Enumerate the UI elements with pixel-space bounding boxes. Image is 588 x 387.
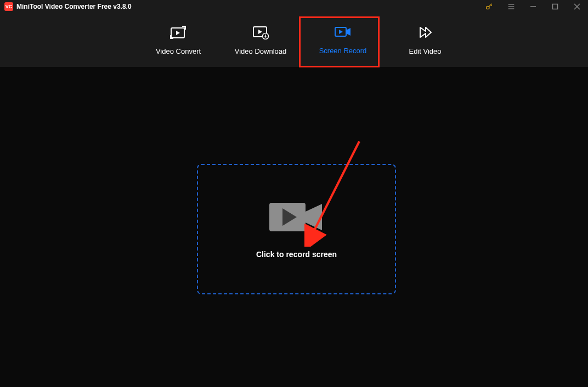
svg-rect-5: [553, 4, 558, 9]
record-screen-box[interactable]: Click to record screen: [197, 164, 396, 294]
maximize-icon: [552, 3, 558, 10]
key-button[interactable]: [478, 0, 500, 13]
titlebar: VC MiniTool Video Converter Free v3.8.0: [0, 0, 588, 13]
screen-record-icon: [334, 26, 352, 39]
main-area: Click to record screen: [0, 67, 588, 387]
maximize-button[interactable]: [544, 0, 566, 13]
menu-icon: [507, 2, 516, 11]
tab-label: Video Convert: [156, 47, 201, 55]
titlebar-left: VC MiniTool Video Converter Free v3.8.0: [4, 2, 132, 11]
svg-marker-12: [258, 30, 262, 34]
app-title: MiniTool Video Converter Free v3.8.0: [16, 3, 132, 10]
minimize-button[interactable]: [522, 0, 544, 13]
svg-marker-9: [176, 31, 180, 35]
edit-video-icon: [418, 25, 432, 39]
menu-button[interactable]: [500, 0, 522, 13]
key-icon: [485, 2, 494, 11]
record-cta-label: Click to record screen: [256, 250, 337, 259]
tab-video-download[interactable]: Video Download: [219, 18, 302, 62]
svg-marker-17: [339, 30, 343, 34]
tab-edit-video[interactable]: Edit Video: [384, 18, 466, 62]
app-logo: VC: [4, 2, 13, 11]
video-convert-icon: [170, 25, 186, 39]
toolbar: Video Convert Video Download Screen Reco…: [0, 13, 588, 67]
video-download-icon: [252, 25, 269, 39]
minimize-icon: [530, 3, 536, 10]
close-icon: [574, 3, 580, 10]
tab-label: Video Download: [235, 47, 286, 55]
camcorder-icon: [269, 200, 324, 235]
tab-label: Screen Record: [319, 47, 367, 55]
tab-screen-record[interactable]: Screen Record: [302, 18, 384, 62]
tab-video-convert[interactable]: Video Convert: [137, 18, 219, 62]
close-button[interactable]: [566, 0, 588, 13]
tab-label: Edit Video: [409, 47, 441, 55]
titlebar-right: [478, 0, 588, 13]
